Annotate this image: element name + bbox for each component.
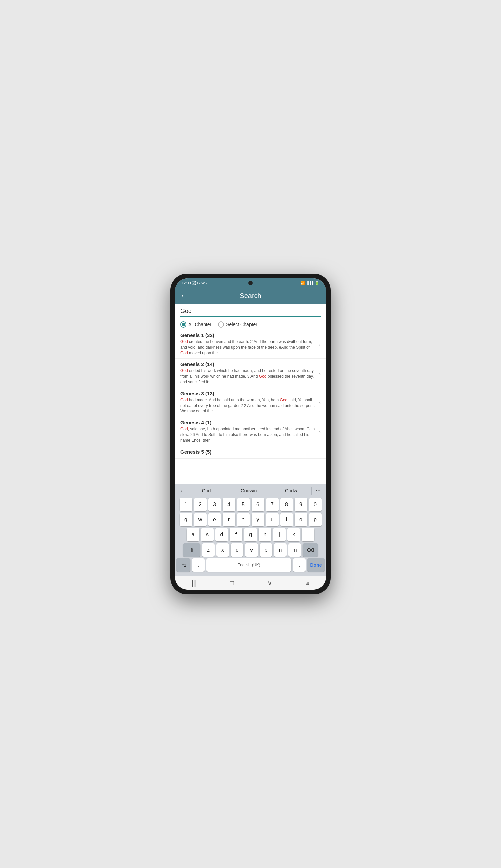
key-n[interactable]: n [274, 543, 287, 556]
highlight: God [180, 339, 188, 344]
key-h[interactable]: h [258, 528, 271, 542]
key-1[interactable]: 1 [180, 498, 192, 511]
result-genesis-4-text: God, said she, hath appointed me another… [180, 426, 316, 443]
key-m[interactable]: m [288, 543, 301, 556]
result-genesis-4-title: Genesis 4 (1) [180, 420, 316, 425]
result-genesis-2[interactable]: Genesis 2 (14) God ended his work which … [175, 359, 326, 388]
period-key[interactable]: . [293, 558, 306, 572]
key-x[interactable]: x [216, 543, 229, 556]
result-genesis-5-title: Genesis 5 (5) [180, 449, 318, 455]
suggest-back-icon[interactable]: ‹ [178, 487, 185, 495]
highlight: God [180, 350, 188, 355]
key-4[interactable]: 4 [223, 498, 235, 511]
key-0[interactable]: 0 [309, 498, 322, 511]
shift-key[interactable]: ⇧ [183, 543, 200, 556]
result-genesis-3-text: God had made. And he said unto the woman… [180, 397, 316, 414]
key-y[interactable]: y [252, 513, 264, 527]
back-button[interactable]: ← [180, 291, 188, 300]
highlight: God [280, 398, 288, 402]
key-q[interactable]: q [180, 513, 192, 527]
spacebar[interactable]: English (UK) [206, 558, 291, 572]
suggest-word-1[interactable]: God [186, 487, 227, 495]
radio-select-circle [218, 322, 224, 327]
key-d[interactable]: d [215, 528, 228, 542]
chevron-icon: › [319, 371, 321, 377]
result-genesis-4-content: Genesis 4 (1) God, said she, hath appoin… [180, 420, 316, 443]
key-k[interactable]: k [287, 528, 300, 542]
suggest-word-2[interactable]: Godwin [228, 487, 269, 495]
chevron-icon: › [319, 429, 321, 435]
keyboard-suggestions: ‹ God Godwin Godw ··· [175, 484, 326, 497]
result-genesis-2-text: God ended his work which he had made; an… [180, 368, 316, 384]
qwerty-row: q w e r t y u i o p [177, 513, 324, 527]
chevron-icon: › [319, 341, 321, 348]
suggest-more-icon[interactable]: ··· [313, 486, 323, 495]
key-l[interactable]: l [302, 528, 314, 542]
key-7[interactable]: 7 [266, 498, 279, 511]
key-j[interactable]: j [273, 528, 286, 542]
result-genesis-1[interactable]: Genesis 1 (32) God created the heaven an… [175, 329, 326, 359]
radio-all-label: All Chapter [188, 322, 211, 327]
results-list: Genesis 1 (32) God created the heaven an… [175, 329, 326, 484]
search-area [175, 304, 326, 318]
key-8[interactable]: 8 [280, 498, 293, 511]
key-b[interactable]: b [259, 543, 272, 556]
result-genesis-3-content: Genesis 3 (13) God had made. And he said… [180, 391, 316, 414]
key-z[interactable]: z [202, 543, 215, 556]
key-w[interactable]: w [194, 513, 207, 527]
done-key[interactable]: Done [307, 558, 324, 572]
nav-apps-icon[interactable]: ⊞ [305, 580, 309, 586]
bottom-row: !#1 , English (UK) . Done [177, 558, 324, 572]
key-s[interactable]: s [201, 528, 214, 542]
delete-key[interactable]: ⌫ [302, 543, 318, 556]
result-genesis-2-title: Genesis 2 (14) [180, 361, 316, 367]
key-v[interactable]: v [245, 543, 258, 556]
status-left: 12:09 🖼 G W • [182, 281, 207, 285]
number-row: 1 2 3 4 5 6 7 8 9 0 [177, 498, 324, 511]
key-3[interactable]: 3 [209, 498, 221, 511]
key-o[interactable]: o [295, 513, 307, 527]
symbol-key[interactable]: !#1 [177, 558, 190, 572]
result-genesis-3-title: Genesis 3 (13) [180, 391, 316, 396]
key-c[interactable]: c [231, 543, 244, 556]
nav-bar: ||| □ ∨ ⊞ [175, 576, 326, 589]
key-i[interactable]: i [280, 513, 293, 527]
key-6[interactable]: 6 [252, 498, 264, 511]
key-5[interactable]: 5 [237, 498, 250, 511]
phone-frame: 12:09 🖼 G W • 📶 ▐▐▐ 🔋 ← Search [170, 274, 331, 594]
result-genesis-3[interactable]: Genesis 3 (13) God had made. And he said… [175, 388, 326, 417]
key-g[interactable]: g [244, 528, 257, 542]
key-p[interactable]: p [309, 513, 322, 527]
key-9[interactable]: 9 [295, 498, 307, 511]
key-e[interactable]: e [209, 513, 221, 527]
nav-home-icon[interactable]: □ [230, 579, 234, 587]
asdf-row: a s d f g h j k l [177, 528, 324, 542]
phone-screen: 12:09 🖼 G W • 📶 ▐▐▐ 🔋 ← Search [175, 279, 326, 589]
key-r[interactable]: r [223, 513, 235, 527]
key-f[interactable]: f [230, 528, 243, 542]
result-genesis-2-content: Genesis 2 (14) God ended his work which … [180, 361, 316, 384]
highlight: God [180, 398, 188, 402]
wifi-icon: 📶 [300, 281, 305, 285]
radio-select-chapter[interactable]: Select Chapter [218, 322, 257, 327]
suggest-word-3[interactable]: Godw [270, 487, 312, 495]
comma-key[interactable]: , [192, 558, 205, 572]
radio-all-circle [180, 322, 186, 327]
result-genesis-1-text: God created the heaven and the earth. 2 … [180, 339, 316, 356]
radio-all-chapter[interactable]: All Chapter [180, 322, 211, 327]
status-whatsapp-icon: W [201, 281, 205, 285]
key-2[interactable]: 2 [194, 498, 207, 511]
search-input[interactable] [180, 308, 321, 315]
key-u[interactable]: u [266, 513, 279, 527]
key-a[interactable]: a [187, 528, 199, 542]
result-genesis-5-content: Genesis 5 (5) [180, 449, 318, 456]
status-g-icon: G [198, 281, 200, 285]
result-genesis-5[interactable]: Genesis 5 (5) [175, 446, 326, 459]
camera-notch [248, 281, 253, 285]
status-gallery-icon: 🖼 [192, 281, 196, 285]
signal-icon: ▐▐▐ [306, 281, 313, 285]
result-genesis-4[interactable]: Genesis 4 (1) God, said she, hath appoin… [175, 417, 326, 446]
nav-back-icon[interactable]: ∨ [267, 579, 272, 587]
nav-recents-icon[interactable]: ||| [192, 579, 197, 587]
key-t[interactable]: t [237, 513, 250, 527]
